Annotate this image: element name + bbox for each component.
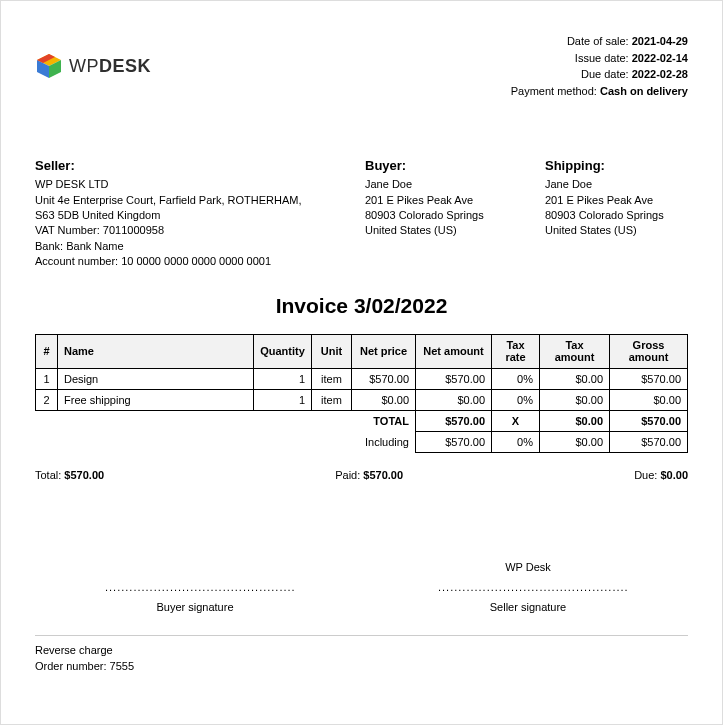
seller-title: Seller: [35,157,355,175]
cell-netprice: $570.00 [352,368,416,389]
shipping-addr3: United States (US) [545,223,688,238]
including-gross: $570.00 [610,431,688,452]
issue-date: 2022-02-14 [632,52,688,64]
cell-num: 1 [36,368,58,389]
logo: WPDESK [35,33,151,99]
seller-bank: Bank: Bank Name [35,239,355,254]
total-taxrate: X [492,410,540,431]
invoice-title: Invoice 3/02/2022 [35,294,688,318]
cell-qty: 1 [254,368,312,389]
dotline: ........................................… [105,581,285,593]
cell-netamount: $570.00 [416,368,492,389]
invoice-meta: Date of sale: 2021-04-29 Issue date: 202… [511,33,688,99]
footnote-reverse-charge: Reverse charge [35,642,688,659]
cell-netprice: $0.00 [352,389,416,410]
cell-unit: item [312,389,352,410]
buyer-addr3: United States (US) [365,223,535,238]
date-of-sale-label: Date of sale: [567,35,629,47]
parties: Seller: WP DESK LTD Unit 4e Enterprise C… [35,157,688,270]
including-label: Including [352,431,416,452]
cell-name: Free shipping [58,389,254,410]
totals-line: Total: $570.00 Paid: $570.00 Due: $0.00 [35,469,688,481]
buyer-block: Buyer: Jane Doe 201 E Pikes Peak Ave 809… [365,157,535,270]
paid-label: Paid: [335,469,360,481]
table-row: 1 Design 1 item $570.00 $570.00 0% $0.00… [36,368,688,389]
due-value: $0.00 [660,469,688,481]
seller-vat: VAT Number: 7011000958 [35,223,355,238]
buyer-addr1: 201 E Pikes Peak Ave [365,193,535,208]
total-value: $570.00 [64,469,104,481]
buyer-name: Jane Doe [365,177,535,192]
col-name: Name [58,334,254,368]
col-qty: Quantity [254,334,312,368]
payment-method-label: Payment method: [511,85,597,97]
cell-unit: item [312,368,352,389]
header: WPDESK Date of sale: 2021-04-29 Issue da… [35,33,688,99]
seller-addr1: Unit 4e Enterprise Court, Farfield Park,… [35,193,355,208]
total-netamount: $570.00 [416,410,492,431]
items-table: # Name Quantity Unit Net price Net amoun… [35,334,688,453]
cell-taxamount: $0.00 [540,368,610,389]
issue-date-label: Issue date: [575,52,629,64]
cell-name: Design [58,368,254,389]
seller-account: Account number: 10 0000 0000 0000 0000 0… [35,254,355,269]
signatures: ........................................… [35,561,688,613]
cell-taxamount: $0.00 [540,389,610,410]
due-date-label: Due date: [581,68,629,80]
footnote-order-number: Order number: 7555 [35,658,688,675]
total-gross: $570.00 [610,410,688,431]
col-netprice: Net price [352,334,416,368]
col-netamount: Net amount [416,334,492,368]
col-num: # [36,334,58,368]
total-label: Total: [35,469,61,481]
cell-gross: $570.00 [610,368,688,389]
buyer-addr2: 80903 Colorado Springs [365,208,535,223]
cell-qty: 1 [254,389,312,410]
seller-block: Seller: WP DESK LTD Unit 4e Enterprise C… [35,157,355,270]
total-label: TOTAL [352,410,416,431]
table-total-row: TOTAL $570.00 X $0.00 $570.00 [36,410,688,431]
logo-desk: DESK [99,56,151,76]
invoice-page: WPDESK Date of sale: 2021-04-29 Issue da… [0,0,723,725]
shipping-title: Shipping: [545,157,688,175]
footnotes: Reverse charge Order number: 7555 [35,635,688,675]
dotline: ........................................… [438,581,618,593]
due-date: 2022-02-28 [632,68,688,80]
buyer-signature-block: ........................................… [105,561,285,613]
wpdesk-logo-icon [35,52,63,80]
buyer-title: Buyer: [365,157,535,175]
table-row: 2 Free shipping 1 item $0.00 $0.00 0% $0… [36,389,688,410]
cell-num: 2 [36,389,58,410]
table-header-row: # Name Quantity Unit Net price Net amoun… [36,334,688,368]
cell-taxrate: 0% [492,389,540,410]
col-gross: Gross amount [610,334,688,368]
seller-name: WP DESK LTD [35,177,355,192]
shipping-addr2: 80903 Colorado Springs [545,208,688,223]
paid-value: $570.00 [363,469,403,481]
seller-signature-label: Seller signature [438,601,618,613]
cell-gross: $0.00 [610,389,688,410]
due-label: Due: [634,469,657,481]
total-taxamount: $0.00 [540,410,610,431]
payment-method: Cash on delivery [600,85,688,97]
buyer-signature-label: Buyer signature [105,601,285,613]
logo-wp: WP [69,56,99,76]
seller-signature-block: WP Desk ................................… [438,561,618,613]
shipping-block: Shipping: Jane Doe 201 E Pikes Peak Ave … [545,157,688,270]
col-unit: Unit [312,334,352,368]
col-taxrate: Tax rate [492,334,540,368]
shipping-name: Jane Doe [545,177,688,192]
date-of-sale: 2021-04-29 [632,35,688,47]
table-including-row: Including $570.00 0% $0.00 $570.00 [36,431,688,452]
seller-name-above-line: WP Desk [438,561,618,575]
including-taxamount: $0.00 [540,431,610,452]
including-netamount: $570.00 [416,431,492,452]
cell-netamount: $0.00 [416,389,492,410]
shipping-addr1: 201 E Pikes Peak Ave [545,193,688,208]
including-taxrate: 0% [492,431,540,452]
cell-taxrate: 0% [492,368,540,389]
logo-text: WPDESK [69,56,151,77]
col-taxamount: Tax amount [540,334,610,368]
seller-addr2: S63 5DB United Kingdom [35,208,355,223]
